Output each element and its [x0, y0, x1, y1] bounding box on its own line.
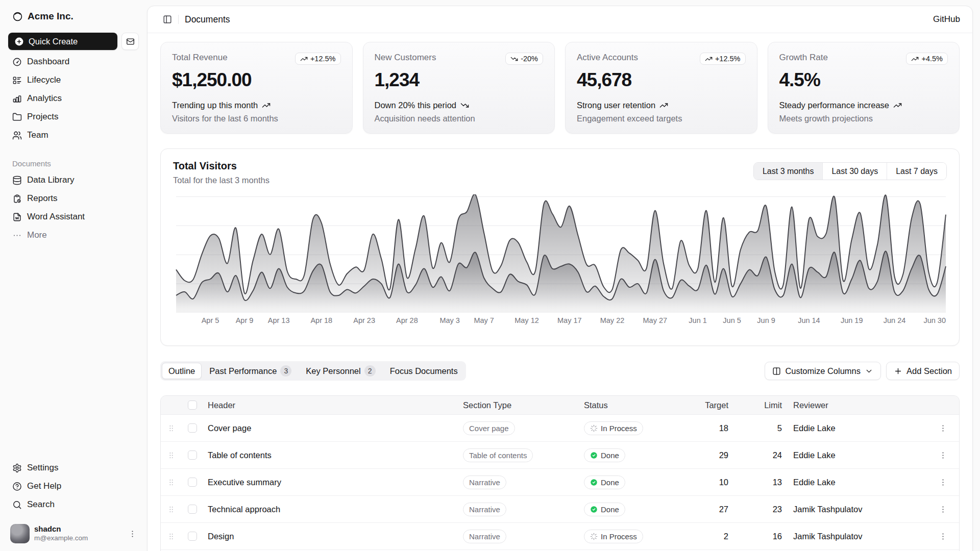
- sidebar-item-analytics[interactable]: Analytics: [8, 90, 139, 107]
- quick-create-label: Quick Create: [29, 37, 78, 46]
- row-menu-button[interactable]: [936, 475, 950, 489]
- range-last-7-days[interactable]: Last 7 days: [887, 163, 946, 180]
- drag-handle[interactable]: [167, 424, 176, 433]
- cell-limit[interactable]: 13: [736, 478, 789, 487]
- drag-handle[interactable]: [167, 451, 176, 460]
- column-header-target: Target: [682, 400, 736, 410]
- select-all-checkbox[interactable]: [188, 400, 197, 410]
- stat-footer-text: Trending up this month: [172, 98, 258, 112]
- row-actions-cell: [927, 475, 959, 489]
- user-menu[interactable]: shadcn m@example.com: [8, 522, 139, 545]
- range-last-30-days[interactable]: Last 30 days: [822, 163, 887, 180]
- trend-badge-value: +12.5%: [715, 55, 741, 63]
- cell-limit[interactable]: 16: [736, 532, 789, 541]
- mail-icon: [126, 37, 135, 46]
- cell-target[interactable]: 29: [682, 450, 736, 460]
- row-menu-button[interactable]: [936, 421, 950, 435]
- customize-columns-button[interactable]: Customize Columns: [765, 362, 881, 380]
- tab-past-performance[interactable]: Past Performance3: [203, 363, 298, 379]
- cell-header[interactable]: Executive summary: [204, 478, 459, 487]
- cell-header[interactable]: Technical approach: [204, 505, 459, 514]
- status-loader-icon: [590, 533, 598, 540]
- inbox-button[interactable]: [121, 33, 139, 50]
- github-link[interactable]: GitHub: [933, 14, 960, 24]
- sidebar-item-data-library[interactable]: Data Library: [8, 171, 139, 189]
- row-checkbox[interactable]: [188, 505, 197, 514]
- range-last-3-months[interactable]: Last 3 months: [754, 163, 823, 180]
- cell-header[interactable]: Cover page: [204, 423, 459, 433]
- status-label: In Process: [601, 424, 637, 433]
- table-row: Executive summaryNarrativeDone1013Eddie …: [161, 469, 959, 496]
- file-word-icon: [12, 212, 22, 222]
- brand[interactable]: Acme Inc.: [8, 6, 139, 27]
- avatar: [10, 524, 30, 543]
- stat-card-growth-rate: Growth Rate+4.5%4.5%Steady performance i…: [768, 42, 960, 134]
- row-checkbox[interactable]: [188, 423, 197, 433]
- cell-target[interactable]: 18: [682, 423, 736, 433]
- stat-label: Growth Rate: [779, 53, 828, 63]
- stat-footer: Down 20% this periodAcquisition needs at…: [375, 98, 544, 125]
- cell-reviewer[interactable]: Eddie Lake: [789, 423, 927, 433]
- cell-status: Done: [580, 503, 682, 516]
- row-menu-button[interactable]: [936, 502, 950, 516]
- trend-badge: -20%: [505, 53, 543, 65]
- cell-header[interactable]: Table of contents: [204, 450, 459, 460]
- sidebar: Acme Inc. Quick Create DashboardLifecycl…: [0, 0, 147, 551]
- sidebar-item-reports[interactable]: Reports: [8, 190, 139, 207]
- row-menu-button[interactable]: [936, 529, 950, 543]
- column-header-status: Status: [580, 400, 682, 410]
- cell-header[interactable]: Design: [204, 532, 459, 541]
- cell-section-type: Narrative: [459, 475, 580, 489]
- cell-limit[interactable]: 24: [736, 450, 789, 460]
- row-menu-button[interactable]: [936, 448, 950, 462]
- x-tick-label: May 17: [557, 316, 582, 324]
- tab-outline[interactable]: Outline: [162, 363, 202, 379]
- cell-reviewer[interactable]: Eddie Lake: [789, 478, 927, 487]
- cell-target[interactable]: 27: [682, 505, 736, 514]
- sidebar-item-projects[interactable]: Projects: [8, 108, 139, 126]
- cell-limit[interactable]: 23: [736, 505, 789, 514]
- tab-count-badge: 3: [280, 365, 291, 377]
- sidebar-item-get-help[interactable]: Get Help: [8, 478, 139, 495]
- cell-target[interactable]: 2: [682, 532, 736, 541]
- sidebar-item-label: Projects: [27, 112, 58, 122]
- cell-target[interactable]: 10: [682, 478, 736, 487]
- cell-reviewer[interactable]: Eddie Lake: [789, 450, 927, 460]
- visitors-chart[interactable]: Apr 5Apr 9Apr 13Apr 18Apr 23Apr 28May 3M…: [173, 194, 947, 327]
- stat-label: Active Accounts: [577, 53, 638, 63]
- sidebar-item-team[interactable]: Team: [8, 127, 139, 144]
- sidebar-item-lifecycle[interactable]: Lifecycle: [8, 71, 139, 89]
- row-checkbox[interactable]: [188, 478, 197, 487]
- plus-icon: [894, 367, 902, 375]
- sidebar-item-settings[interactable]: Settings: [8, 459, 139, 477]
- cell-section-type: Cover page: [459, 421, 580, 435]
- ellipsis-vertical-icon: [128, 530, 137, 538]
- sidebar-toggle-button[interactable]: [160, 12, 175, 27]
- status-done-icon: [590, 506, 598, 513]
- section-type-badge: Narrative: [463, 503, 506, 516]
- sidebar-item-search[interactable]: Search: [8, 496, 139, 513]
- sidebar-item-word-assistant[interactable]: Word Assistant: [8, 208, 139, 226]
- drag-handle[interactable]: [167, 505, 176, 514]
- quick-create-button[interactable]: Quick Create: [8, 33, 117, 50]
- stat-value: 45,678: [577, 69, 746, 91]
- drag-handle[interactable]: [167, 478, 176, 487]
- sidebar-item-more[interactable]: More: [8, 227, 139, 244]
- stat-footer: Trending up this monthVisitors for the l…: [172, 98, 341, 125]
- trend-badge: +4.5%: [906, 53, 948, 65]
- cell-reviewer[interactable]: Jamik Tashpulatov: [789, 532, 927, 541]
- row-checkbox[interactable]: [188, 450, 197, 460]
- tab-focus-documents[interactable]: Focus Documents: [383, 363, 464, 379]
- drag-handle[interactable]: [167, 532, 176, 541]
- chart-bar-icon: [12, 94, 22, 104]
- row-checkbox[interactable]: [188, 532, 197, 541]
- tab-label: Outline: [168, 366, 195, 376]
- add-section-button[interactable]: Add Section: [886, 362, 960, 380]
- tab-key-personnel[interactable]: Key Personnel2: [299, 363, 382, 379]
- cell-limit[interactable]: 5: [736, 423, 789, 433]
- quick-create-row: Quick Create: [8, 33, 139, 50]
- status-badge: In Process: [584, 530, 643, 543]
- sidebar-item-dashboard[interactable]: Dashboard: [8, 53, 139, 70]
- cell-reviewer[interactable]: Jamik Tashpulatov: [789, 505, 927, 514]
- tab-label: Focus Documents: [390, 366, 458, 376]
